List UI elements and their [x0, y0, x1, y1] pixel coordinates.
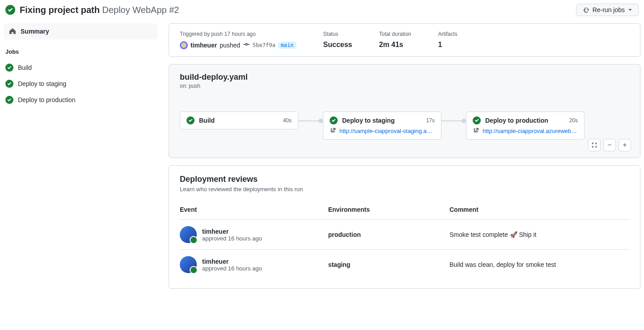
chevron-down-icon — [628, 9, 632, 13]
reviews-table: Event Environments Comment timheue — [180, 206, 629, 279]
workflow-trigger: on: push — [180, 83, 629, 89]
sidebar-job-production[interactable]: Deploy to production — [4, 92, 158, 108]
summary-card: Triggered by push 17 hours ago timheuer … — [169, 23, 640, 57]
user-link[interactable]: timheuer — [191, 42, 217, 49]
summary-tab[interactable]: Summary — [4, 23, 158, 39]
success-icon — [330, 116, 338, 124]
commit-sha[interactable]: 5be7f9a — [253, 42, 275, 48]
workflow-title: Fixing project path Deploy WebApp #2 — [20, 5, 179, 15]
success-icon — [5, 64, 13, 72]
workflow-filename[interactable]: build-deploy.yaml — [180, 73, 629, 82]
status-value: Success — [323, 41, 352, 49]
sync-icon — [583, 6, 590, 13]
duration-label: Total duration — [379, 31, 411, 37]
job-duration: 17s — [426, 117, 435, 124]
reviewer-name[interactable]: timheuer — [202, 258, 262, 265]
artifacts-value[interactable]: 1 — [438, 41, 458, 49]
reviews-title: Deployment reviews — [180, 175, 629, 184]
external-link-icon — [473, 127, 479, 135]
job-box-staging[interactable]: Deploy to staging 17s http://sample-ciap… — [323, 111, 441, 140]
triggered-label: Triggered by push 17 hours ago — [180, 31, 297, 37]
workflow-graph-card: build-deploy.yaml on: push Build 40s — [169, 64, 640, 158]
review-action: approved 16 hours ago — [202, 235, 262, 242]
artifacts-label: Artifacts — [438, 31, 458, 37]
success-icon — [5, 5, 15, 15]
review-environment: staging — [328, 250, 449, 280]
fullscreen-button[interactable] — [588, 139, 601, 151]
avatar[interactable] — [180, 41, 188, 49]
connector — [298, 116, 323, 126]
connector — [441, 116, 466, 126]
commit-icon — [243, 41, 250, 49]
deployment-url[interactable]: http://sample-ciapproval.azurewebsit… — [483, 128, 578, 134]
jobs-heading: Jobs — [5, 48, 158, 55]
branch-badge[interactable]: main — [278, 42, 297, 49]
avatar[interactable] — [180, 256, 197, 273]
success-icon — [5, 80, 13, 88]
workflow-header: Fixing project path Deploy WebApp #2 Re-… — [4, 4, 640, 16]
job-duration: 40s — [283, 117, 292, 124]
success-icon — [186, 116, 195, 124]
review-row: timheuer approved 16 hours ago staging B… — [180, 250, 629, 280]
job-box-production[interactable]: Deploy to production 20s http://sample-c… — [466, 111, 585, 140]
review-comment: Smoke test complete 🚀 Ship it — [449, 220, 629, 250]
job-duration: 20s — [569, 117, 578, 124]
avatar[interactable] — [180, 226, 197, 243]
job-box-build[interactable]: Build 40s — [180, 111, 298, 129]
sidebar: Summary Jobs Build Deploy to staging Dep… — [4, 23, 158, 108]
deployment-url[interactable]: http://sample-ciapproval-staging.azur… — [339, 128, 435, 134]
action-text: pushed — [220, 42, 240, 49]
rerun-jobs-button[interactable]: Re-run jobs — [576, 4, 639, 16]
review-comment: Build was clean, deploy for smoke test — [449, 250, 629, 280]
th-event: Event — [180, 206, 328, 220]
review-action: approved 16 hours ago — [202, 265, 262, 272]
review-environment: production — [328, 220, 449, 250]
th-comment: Comment — [449, 206, 629, 220]
reviews-subtitle: Learn who reviewed the deployments in th… — [180, 186, 629, 193]
zoom-out-button[interactable]: − — [603, 139, 616, 151]
sidebar-job-build[interactable]: Build — [4, 60, 158, 76]
status-label: Status — [323, 31, 352, 37]
duration-value: 2m 41s — [379, 41, 411, 49]
deployment-reviews-card: Deployment reviews Learn who reviewed th… — [169, 165, 640, 289]
reviewer-name[interactable]: timheuer — [202, 228, 262, 235]
review-row: timheuer approved 16 hours ago productio… — [180, 220, 629, 250]
workflow-graph: Build 40s Deploy to staging 17s — [180, 111, 629, 140]
zoom-in-button[interactable]: + — [619, 139, 631, 151]
success-icon — [473, 116, 481, 124]
home-icon — [9, 28, 16, 35]
external-link-icon — [330, 127, 336, 135]
success-icon — [5, 96, 13, 104]
sidebar-job-staging[interactable]: Deploy to staging — [4, 76, 158, 92]
th-environments: Environments — [328, 206, 449, 220]
